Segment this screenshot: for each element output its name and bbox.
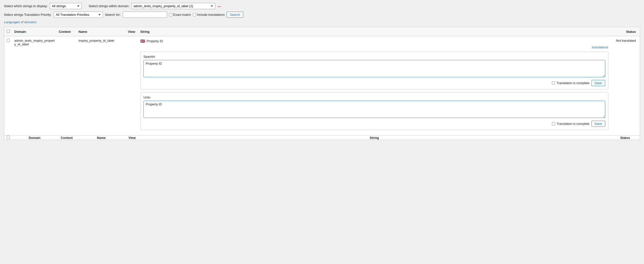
domain-label: Select strings within domain: — [89, 4, 130, 8]
exact-match-label[interactable]: Exact match — [169, 13, 191, 16]
spanish-complete-checkbox[interactable] — [552, 81, 555, 85]
row-context — [57, 36, 76, 136]
footer-checkbox-cell — [4, 136, 12, 140]
table-header-row: Domain Context Name View String Status — [4, 27, 640, 36]
row-view — [126, 36, 138, 136]
header-string: String — [138, 27, 610, 36]
footer-domain: Domain — [12, 136, 57, 140]
search-input[interactable] — [123, 11, 167, 18]
footer-name: Name — [76, 136, 126, 140]
urdu-translation-textarea[interactable] — [144, 101, 605, 118]
footer-string: String — [138, 136, 610, 140]
footer-view: View — [126, 136, 138, 140]
footer-status: Status — [610, 136, 640, 140]
row-checkbox[interactable] — [7, 39, 10, 42]
string-header: 🇬🇧 Property ID — [140, 39, 608, 43]
spanish-lang-label: Spanish — [144, 55, 605, 58]
translations-link[interactable]: translations — [140, 45, 608, 49]
search-for-label: Search for: — [105, 13, 121, 16]
spanish-translation-textarea[interactable] — [144, 60, 605, 77]
flag-icon: 🇬🇧 — [140, 39, 145, 43]
urdu-complete-label[interactable]: Translation is complete — [552, 122, 590, 126]
arrow-icon: ← — [217, 4, 222, 9]
header-name: Name — [76, 27, 126, 36]
row-string-cell: 🇬🇧 Property ID translations Spanish Tran… — [138, 36, 610, 136]
domain-select[interactable]: admin_texts_inspiry_property_id_label (1… — [131, 3, 215, 9]
strings-display-select[interactable]: All strings — [50, 3, 82, 9]
spanish-translation-footer: Translation is complete Save — [144, 80, 605, 86]
header-context: Context — [57, 27, 76, 36]
exact-match-checkbox[interactable] — [169, 13, 172, 16]
strings-display-label: Select which strings to display: — [4, 4, 48, 8]
urdu-complete-checkbox[interactable] — [552, 122, 555, 125]
priority-label: Select strings Translation Priority: — [4, 13, 52, 16]
urdu-translation-footer: Translation is complete Save — [144, 121, 605, 127]
row-checkbox-cell — [4, 36, 12, 136]
string-value: Property ID — [147, 39, 163, 43]
header-status: Status — [610, 27, 640, 36]
priority-select[interactable]: All Translation Priorities — [54, 11, 103, 18]
urdu-save-button[interactable]: Save — [592, 121, 605, 127]
include-translations-checkbox[interactable] — [193, 13, 196, 16]
footer-context: Context — [57, 136, 76, 140]
table-footer-row: Domain Context Name View String Status — [4, 136, 640, 140]
search-button[interactable]: Search — [227, 11, 243, 18]
row-domain: admin_texts_inspiry_property_id_label — [12, 36, 57, 136]
spanish-complete-label[interactable]: Translation is complete — [552, 81, 590, 85]
select-all-checkbox[interactable] — [7, 30, 10, 33]
header-domain: Domain — [12, 27, 57, 36]
languages-link[interactable]: Languages of domains — [4, 20, 36, 24]
spanish-save-button[interactable]: Save — [592, 80, 605, 86]
urdu-lang-label: Urdu — [144, 95, 605, 99]
header-checkbox-cell — [4, 27, 12, 36]
include-translations-label[interactable]: Include translations — [193, 13, 225, 16]
main-table: Domain Context Name View String Status a… — [4, 27, 640, 140]
header-view: View — [126, 27, 138, 36]
table-row: admin_texts_inspiry_property_id_label in… — [4, 36, 640, 136]
urdu-translation-block: Urdu Translation is complete Save — [140, 92, 608, 130]
row-status: Not translated — [610, 36, 640, 136]
row-name: inspiry_property_id_label — [76, 36, 126, 136]
footer-select-all-checkbox[interactable] — [7, 136, 10, 139]
spanish-translation-block: Spanish Translation is complete Save — [140, 51, 608, 89]
